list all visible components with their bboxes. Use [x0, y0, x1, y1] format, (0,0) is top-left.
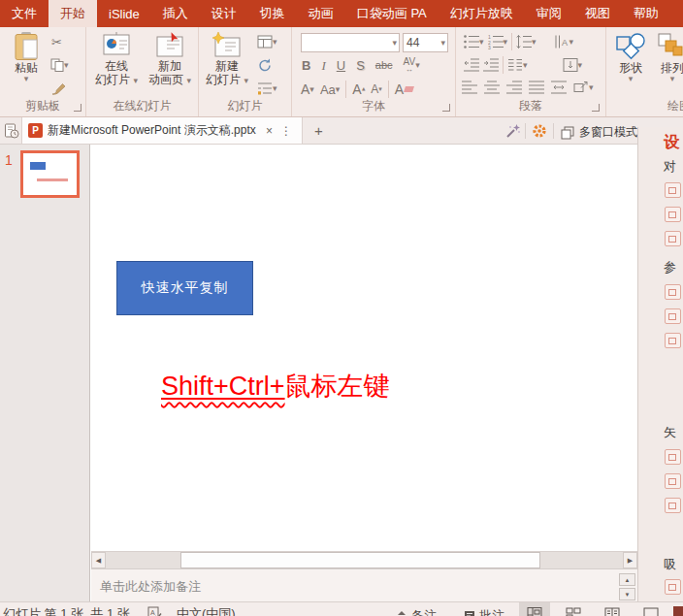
snap-tool-button[interactable] — [665, 579, 681, 595]
normal-view-button[interactable] — [519, 602, 550, 616]
menu-tab-review[interactable]: 审阅 — [525, 0, 573, 27]
scrollbar-track[interactable] — [106, 552, 623, 568]
numbering-button[interactable]: ▾ — [488, 34, 508, 49]
bullets-icon — [464, 34, 479, 49]
decrease-indent-button[interactable] — [464, 57, 479, 73]
notes-placeholder[interactable]: 单击此处添加备注 — [100, 578, 201, 596]
notes-scroll-up-button[interactable]: ▲ — [619, 573, 635, 586]
notes-toggle-button[interactable]: 备注 — [396, 607, 437, 616]
align-text-button[interactable]: ▾ — [563, 57, 583, 73]
dropdown-icon: ▾ — [504, 38, 508, 46]
recent-files-button[interactable] — [4, 123, 19, 139]
dropdown-icon: ▾ — [64, 61, 69, 69]
slideshow-view-button[interactable] — [635, 602, 667, 616]
new-slide-button[interactable]: 新建 幻灯片 ▾ — [204, 32, 250, 86]
align-tool-button[interactable] — [665, 207, 681, 222]
text-shadow-button[interactable]: S — [356, 58, 365, 73]
spellcheck-button[interactable]: A — [147, 606, 162, 616]
new-tab-button[interactable]: + — [310, 122, 327, 139]
guides-tool-button[interactable] — [665, 308, 681, 324]
menu-tab-pocket-animation[interactable]: 口袋动画 PA — [345, 0, 439, 27]
clipped-statusbar-icon[interactable] — [673, 606, 683, 616]
multi-window-mode-button[interactable]: 多窗口模式 — [561, 124, 637, 141]
smartart-button[interactable]: ▾ — [573, 80, 594, 95]
close-tab-button[interactable]: × — [262, 124, 276, 138]
guides-tool-button[interactable] — [665, 333, 681, 348]
align-left-button[interactable] — [462, 80, 477, 95]
menu-tab-animations[interactable]: 动画 — [297, 0, 345, 27]
line-spacing-button[interactable]: ▾ — [516, 34, 537, 49]
font-size-combo[interactable]: 44 ▾ — [403, 33, 448, 52]
language-indicator[interactable]: 中文(中国) — [177, 605, 236, 616]
slide-text-annotation[interactable]: Shift+Ctrl+鼠标左键 — [161, 369, 390, 404]
reset-slide-button[interactable] — [257, 57, 273, 73]
columns-button[interactable]: ▾ — [507, 57, 528, 73]
distribute-text-button[interactable] — [551, 80, 567, 95]
character-spacing-button[interactable]: AV ↔ ▾ — [404, 57, 420, 73]
slide-shape-rectangle[interactable]: 快速水平复制 — [116, 261, 253, 315]
menu-tab-home[interactable]: 开始 — [49, 0, 97, 27]
online-slides-icon — [101, 32, 132, 59]
bold-button[interactable]: B — [302, 58, 310, 73]
vector-tool-button[interactable] — [665, 473, 681, 489]
copy-button[interactable]: ▾ — [50, 58, 69, 72]
strikethrough-button[interactable]: abc — [375, 58, 393, 73]
scroll-left-button[interactable]: ◀ — [91, 552, 106, 568]
slide-sorter-view-button[interactable] — [558, 602, 589, 616]
paragraph-dialog-launcher[interactable] — [592, 104, 600, 112]
vector-tool-button[interactable] — [665, 498, 681, 513]
increase-indent-button[interactable] — [483, 57, 499, 73]
magic-wand-button[interactable] — [505, 123, 521, 139]
clear-formatting-button[interactable]: A — [395, 82, 413, 97]
menu-tab-transitions[interactable]: 切换 — [248, 0, 297, 27]
bullets-button[interactable]: ▾ — [464, 34, 484, 49]
reading-view-button[interactable] — [597, 602, 628, 616]
shapes-button[interactable]: 形状 ▾ — [611, 32, 650, 82]
clipboard-dialog-launcher[interactable] — [74, 104, 81, 112]
italic-button[interactable]: I — [321, 58, 325, 73]
document-history-icon — [4, 123, 19, 139]
menu-tab-islide[interactable]: iSlide — [97, 0, 151, 27]
grow-font-button[interactable]: A ▾ — [352, 82, 365, 97]
arrange-button[interactable]: 排列 ▾ — [653, 32, 683, 82]
slide-canvas[interactable]: 快速水平复制 Shift+Ctrl+鼠标左键 — [91, 145, 637, 551]
change-case-button[interactable]: Aa ▾ — [320, 82, 340, 97]
slide-thumbnail[interactable] — [20, 150, 80, 198]
menu-tab-design[interactable]: 设计 — [200, 0, 248, 27]
align-center-button[interactable] — [484, 80, 500, 95]
align-tool-button[interactable] — [665, 231, 681, 246]
online-slides-button[interactable]: 在线 幻灯片 ▾ — [93, 32, 140, 86]
scroll-right-button[interactable]: ▶ — [623, 552, 637, 568]
font-name-combo[interactable]: ▾ — [301, 33, 400, 52]
settings-button[interactable] — [532, 123, 547, 139]
menu-tab-insert[interactable]: 插入 — [151, 0, 200, 27]
scrollbar-thumb[interactable] — [180, 552, 540, 568]
shrink-font-button[interactable]: A ▾ — [371, 82, 382, 97]
comments-toggle-button[interactable]: 批注 — [464, 607, 504, 616]
align-tool-button[interactable] — [665, 182, 681, 198]
menu-tab-help[interactable]: 帮助 — [622, 0, 670, 27]
spacing-arrows-icon: ↔ — [406, 67, 413, 73]
slide-layout-button[interactable]: ▾ — [257, 34, 277, 49]
vector-tool-button[interactable] — [665, 449, 681, 465]
justify-button[interactable] — [529, 80, 544, 95]
ribbon-group-slides: 新建 幻灯片 ▾ ▾ ▾ 幻灯片 — [199, 27, 292, 116]
align-right-button[interactable] — [506, 80, 522, 95]
menu-tab-slideshow[interactable]: 幻灯片放映 — [439, 0, 525, 27]
font-color-button[interactable]: A ▾ — [301, 82, 314, 97]
menu-tab-view[interactable]: 视图 — [573, 0, 622, 27]
font-dialog-launcher[interactable] — [442, 104, 450, 112]
document-tab[interactable]: P 新建Microsoft PowerPoint 演示文稿.pptx × ⋮ — [21, 117, 303, 145]
underline-button[interactable]: U — [337, 58, 345, 73]
tab-more-button[interactable]: ⋮ — [276, 124, 296, 138]
new-animation-page-button[interactable]: 新加 动画页 ▾ — [145, 32, 195, 86]
text-direction-button[interactable]: ▾ — [554, 34, 574, 49]
increase-indent-icon — [483, 57, 499, 73]
cut-button[interactable]: ✂ — [51, 35, 62, 49]
menu-tab-file[interactable]: 文件 — [0, 0, 49, 27]
format-painter-button[interactable] — [51, 81, 66, 95]
section-button[interactable]: ▾ — [257, 81, 277, 96]
guides-tool-button[interactable] — [665, 284, 681, 300]
notes-scroll-down-button[interactable]: ▼ — [619, 588, 635, 600]
paste-button[interactable]: 粘贴 ▾ — [6, 32, 47, 82]
